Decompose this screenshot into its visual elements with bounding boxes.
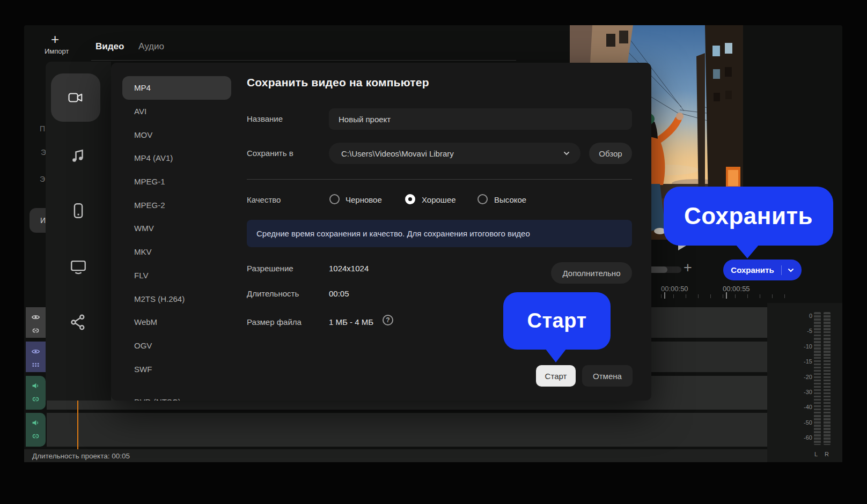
eye-icon[interactable] [31, 313, 40, 322]
zoom-in-icon[interactable]: + [684, 260, 692, 276]
track-header-video[interactable] [26, 307, 46, 338]
tab-audio[interactable]: Аудио [138, 41, 164, 52]
callout-save-label: Сохранить [684, 203, 813, 229]
eye-icon[interactable] [31, 347, 40, 356]
edge-fragment: Э [40, 175, 45, 183]
meter-tick-label: -40 [804, 404, 812, 410]
format-item[interactable]: FLV [122, 264, 231, 287]
format-item-label: DVD (NTSC) [134, 397, 181, 401]
quality-hint-text: Средние время сохранения и качество. Для… [256, 229, 530, 238]
radio-quality-high[interactable] [477, 194, 488, 204]
format-item[interactable]: SWF [122, 357, 231, 381]
timeline-lane-audio2[interactable] [47, 413, 767, 447]
link-icon[interactable] [31, 395, 40, 404]
name-label: Название [247, 114, 283, 123]
callout-save: Сохранить [664, 187, 833, 246]
advanced-button[interactable]: Дополнительно [551, 262, 632, 284]
meter-tick-label: -20 [804, 374, 812, 380]
cancel-button-label: Отмена [593, 372, 622, 381]
radio-quality-draft[interactable] [329, 194, 340, 204]
meter-channel-label: R [825, 451, 829, 457]
format-item[interactable]: MPEG-2 [122, 193, 231, 217]
format-item[interactable]: MP4 (AV1) [122, 146, 231, 170]
link-icon[interactable] [31, 432, 40, 441]
sidebar-item-video[interactable] [51, 73, 100, 122]
ruler-major-tick [726, 292, 727, 299]
music-note-icon [69, 146, 88, 166]
help-icon[interactable]: ? [383, 315, 393, 325]
radio-quality-good[interactable] [405, 194, 415, 204]
chevron-down-icon[interactable] [788, 268, 794, 272]
meter-tick-label: -60 [804, 435, 812, 441]
duration-label: Длительность [247, 289, 299, 298]
ruler-timestamp: 00:00:50 [661, 285, 688, 293]
meter-bar-right [824, 312, 831, 445]
format-list: MP4 AVI MOV MP4 (AV1) MPEG-1 [111, 76, 247, 401]
link-icon[interactable] [31, 326, 40, 335]
browse-label: Обзор [599, 149, 622, 158]
chevron-down-icon[interactable] [563, 151, 570, 155]
format-item-label: FLV [134, 271, 148, 280]
format-item[interactable]: WMV [122, 217, 231, 240]
radio-label-high[interactable]: Высокое [494, 195, 526, 204]
speaker-icon[interactable] [31, 418, 40, 427]
format-item-label: MOV [134, 130, 152, 139]
format-item[interactable]: M2TS (H.264) [122, 287, 231, 310]
format-item-label: MKV [134, 247, 152, 256]
speaker-icon[interactable] [31, 381, 40, 390]
meter-tick-label: 0 [809, 313, 812, 319]
format-item[interactable]: OGV [122, 334, 231, 358]
dialog-title: Сохранить видео на компьютер [247, 76, 429, 89]
dialog-divider [247, 179, 632, 180]
name-value: Новый проект [339, 115, 391, 124]
sidebar-item-audio[interactable] [46, 146, 111, 166]
import-button-label[interactable]: Импорт [45, 47, 69, 55]
ruler-timestamp: 00:00:55 [723, 285, 750, 293]
meter-tick-label: -10 [804, 344, 812, 350]
video-camera-icon [66, 90, 85, 106]
sidebar-item-mobile[interactable] [46, 202, 111, 220]
format-item[interactable]: WebM [122, 310, 231, 334]
callout-start-label: Старт [527, 309, 586, 332]
name-input[interactable]: Новый проект [329, 108, 632, 130]
track-header-audio2[interactable] [26, 413, 46, 447]
export-save-button[interactable]: Сохранить [723, 260, 802, 280]
radio-label-good[interactable]: Хорошее [422, 195, 456, 204]
sidebar-item-tv[interactable] [46, 257, 111, 276]
format-item-label: WMV [134, 224, 154, 233]
format-item-label: MP4 [134, 83, 151, 92]
phone-icon [69, 202, 87, 220]
format-item[interactable]: MKV [122, 240, 231, 264]
filesize-value: 1 МБ - 4 МБ [329, 317, 373, 327]
ruler-major-tick [664, 292, 665, 299]
format-item[interactable]: MPEG-1 [122, 170, 231, 194]
format-item[interactable]: MOV [122, 123, 231, 146]
start-button[interactable]: Старт [536, 365, 576, 387]
plus-icon: + [51, 33, 59, 45]
advanced-label: Дополнительно [563, 269, 621, 278]
format-item[interactable]: MP4 [122, 76, 231, 100]
filesize-label: Размер файла [247, 317, 302, 327]
sidebar-item-share[interactable] [46, 313, 111, 332]
cancel-button[interactable]: Отмена [582, 365, 633, 387]
tab-video[interactable]: Видео [95, 41, 124, 52]
quality-label: Качество [247, 195, 281, 204]
format-item-label: WebM [134, 317, 157, 327]
radio-label-draft[interactable]: Черновое [346, 195, 382, 204]
track-header-titles[interactable] [26, 342, 46, 372]
help-glyph: ? [386, 316, 390, 324]
format-item-label: MP4 (AV1) [134, 153, 173, 162]
meter-channel-label: L [814, 451, 818, 457]
button-divider [781, 265, 782, 275]
save-path-select[interactable]: C:\Users\Videos\Movavi Library [329, 143, 581, 164]
import-button[interactable]: + [51, 33, 59, 45]
track-header-audio1[interactable] [26, 376, 46, 410]
duration-value: 00:05 [329, 289, 349, 298]
browse-button[interactable]: Обзор [589, 143, 632, 164]
meter-tick-label: -5 [807, 328, 812, 334]
format-item[interactable]: DVD (NTSC) [122, 390, 231, 401]
format-item-label: M2TS (H.264) [134, 294, 185, 303]
ruler-ticks [661, 294, 789, 298]
library-sidebar [46, 62, 111, 401]
format-item[interactable]: AVI [122, 100, 231, 123]
